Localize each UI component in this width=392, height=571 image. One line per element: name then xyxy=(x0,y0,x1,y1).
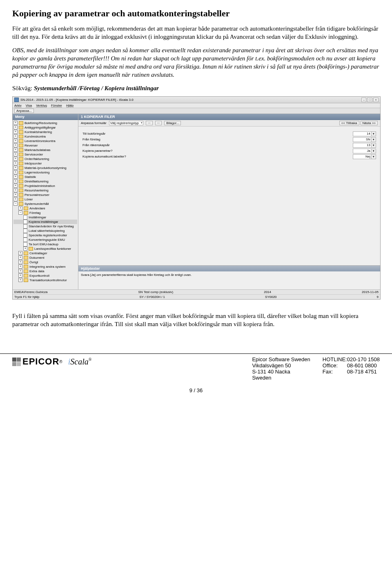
folder-icon xyxy=(19,180,23,183)
tree-node[interactable]: Lokal säkerhetskopiering xyxy=(13,229,77,233)
tree-node[interactable]: +Inköpsorder xyxy=(13,161,77,166)
expand-icon[interactable]: + xyxy=(18,251,22,255)
tree-node[interactable]: +Landsspecifika funktioner xyxy=(13,247,77,251)
tree-node[interactable]: +Order/fakturering xyxy=(13,157,77,161)
tree-node[interactable]: +Leverantörsreskontra xyxy=(13,139,77,143)
tree-node[interactable]: +Projektadministration xyxy=(13,184,77,188)
field-value[interactable]: 14 xyxy=(353,131,372,136)
dropdown-icon[interactable]: ▾ xyxy=(372,137,376,142)
expand-icon[interactable]: + xyxy=(18,256,22,260)
tree-node[interactable]: +Serviceorder xyxy=(13,152,77,157)
expand-icon[interactable]: + xyxy=(13,152,18,156)
field-value[interactable]: Ja xyxy=(353,149,372,153)
menu-verktyg[interactable]: Verktyg xyxy=(36,104,47,107)
tree-node[interactable]: +Material-/produktionsstyrning xyxy=(13,166,77,170)
expand-icon[interactable]: + xyxy=(18,273,22,278)
tree-node[interactable]: +Löner xyxy=(13,197,77,202)
tree-label: Marknadsdatabas xyxy=(24,148,51,152)
tree-node[interactable]: Kopiera inställningar xyxy=(13,220,77,224)
expand-icon[interactable]: + xyxy=(13,134,18,138)
expand-icon[interactable]: + xyxy=(13,139,18,143)
tree-node[interactable]: +Centrallager xyxy=(13,251,77,256)
expand-icon[interactable]: + xyxy=(13,125,18,129)
maximize-button[interactable]: □ xyxy=(367,98,372,102)
expand-icon[interactable]: + xyxy=(18,264,22,269)
tree-node[interactable]: +Transaktionskontrollmotor xyxy=(13,278,77,282)
tree-node[interactable]: −Företag xyxy=(13,211,77,215)
help-body: Svara [Ja] om parameterfilerna skall kop… xyxy=(78,271,380,289)
expand-icon[interactable]: + xyxy=(13,188,18,192)
menu-hjalp[interactable]: Hjälp xyxy=(66,104,74,107)
tool-btn-1[interactable]: ··· xyxy=(146,121,153,125)
tree-node[interactable]: +Dokument xyxy=(13,256,77,260)
expand-icon[interactable]: + xyxy=(13,121,18,125)
tree-node[interactable]: +Övrigt xyxy=(13,260,77,264)
field-value[interactable]: SN xyxy=(353,137,372,142)
tree-node[interactable]: +Marknadsdatabas xyxy=(13,148,77,152)
back-button[interactable]: << Tillbaka xyxy=(339,121,359,125)
status-hint: Tryck F1 för hjälp xyxy=(14,295,40,299)
tree-node[interactable]: Speciella registerkontroller xyxy=(13,233,77,238)
menu-fonster[interactable]: Fönster xyxy=(51,104,62,107)
tree-node[interactable]: +Lagerredovisning xyxy=(13,170,77,175)
dropdown-icon[interactable]: ▾ xyxy=(372,149,376,153)
file-icon xyxy=(23,224,27,229)
dropdown-icon[interactable]: ▾ xyxy=(372,143,376,148)
tree-node[interactable]: +Resurshantering xyxy=(13,188,77,193)
dropdown-icon[interactable]: ▾ xyxy=(372,154,376,159)
window-title: SN-2014 - 2015-11-05 - [Kopiera inställn… xyxy=(20,98,134,102)
expand-icon[interactable]: + xyxy=(13,161,18,165)
tree-node[interactable]: +Personalresurser xyxy=(13,193,77,197)
close-button[interactable]: × xyxy=(373,98,379,102)
tree-node[interactable]: +Statistik xyxy=(13,175,77,179)
field-value[interactable]: Nej xyxy=(353,154,372,159)
tree-node[interactable]: +Integrering andra system xyxy=(13,264,77,269)
tree-node[interactable]: +Anläggningstillgångar xyxy=(13,125,77,130)
expand-icon[interactable]: + xyxy=(13,148,18,152)
expand-icon[interactable]: + xyxy=(13,179,18,183)
tree-node[interactable]: Konverteringsguide EMU xyxy=(13,238,77,242)
tree-node[interactable]: +Användare xyxy=(13,206,77,211)
expand-icon[interactable]: + xyxy=(13,130,18,134)
tree-node[interactable]: Inställningar xyxy=(13,215,77,220)
next-button[interactable]: Nästa >> xyxy=(361,121,378,125)
field-value[interactable]: 13 xyxy=(353,143,372,148)
expand-icon[interactable]: + xyxy=(13,175,18,179)
expand-icon[interactable]: + xyxy=(13,143,18,147)
tree-label: Extra data xyxy=(29,269,44,273)
tree-node[interactable]: −Systemunderhåll xyxy=(13,202,77,206)
form-toolbar: Anpassa formulär Välj registreringstyp ·… xyxy=(78,120,380,127)
tool-btn-2[interactable]: ··· xyxy=(155,121,162,125)
dropdown-icon[interactable]: ▾ xyxy=(372,131,376,136)
minimize-button[interactable]: – xyxy=(361,98,366,102)
expand-icon[interactable]: + xyxy=(18,269,22,273)
expand-icon[interactable]: + xyxy=(13,166,18,170)
bilagor-button[interactable]: Bilagor... xyxy=(164,121,181,125)
registreringstyp-dropdown[interactable]: Välj registreringstyp xyxy=(109,121,143,125)
menu-visa[interactable]: Visa xyxy=(26,104,32,107)
expand-icon[interactable]: + xyxy=(18,278,22,282)
tree-node[interactable]: Standardvärden för nya företag xyxy=(13,224,77,229)
expand-icon[interactable]: + xyxy=(13,157,18,161)
tree-node[interactable]: +Exportkontroll xyxy=(13,273,77,278)
tree-node[interactable]: +Direktfakturering xyxy=(13,179,77,184)
menu-arkiv[interactable]: Arkiv xyxy=(14,104,22,107)
customize-button[interactable]: Anpassa... xyxy=(14,109,34,113)
expand-icon[interactable]: + xyxy=(13,184,18,188)
expand-icon[interactable]: + xyxy=(13,193,18,197)
tree-node[interactable]: Ta bort EMU-backup xyxy=(13,242,77,247)
tree-node[interactable]: +Reverser xyxy=(13,143,77,148)
tree-node[interactable]: +Bokföring/Redovisning xyxy=(13,121,77,125)
tree-node[interactable]: +Extra data xyxy=(13,269,77,273)
expand-icon[interactable]: + xyxy=(18,260,22,264)
expand-icon[interactable]: + xyxy=(23,247,27,251)
tree-node[interactable]: +Kontraktshantering xyxy=(13,130,77,134)
expand-icon[interactable]: + xyxy=(18,206,22,210)
tree-node[interactable]: +Kundreskontra xyxy=(13,134,77,139)
expand-icon[interactable]: + xyxy=(13,170,18,174)
expand-icon[interactable]: + xyxy=(13,197,18,201)
expand-icon[interactable]: − xyxy=(18,211,22,215)
tree-label: Statistik xyxy=(24,175,36,179)
expand-icon[interactable]: − xyxy=(13,202,18,206)
help-panel: Hjälptexter Svara [Ja] om parameterfiler… xyxy=(78,265,380,289)
